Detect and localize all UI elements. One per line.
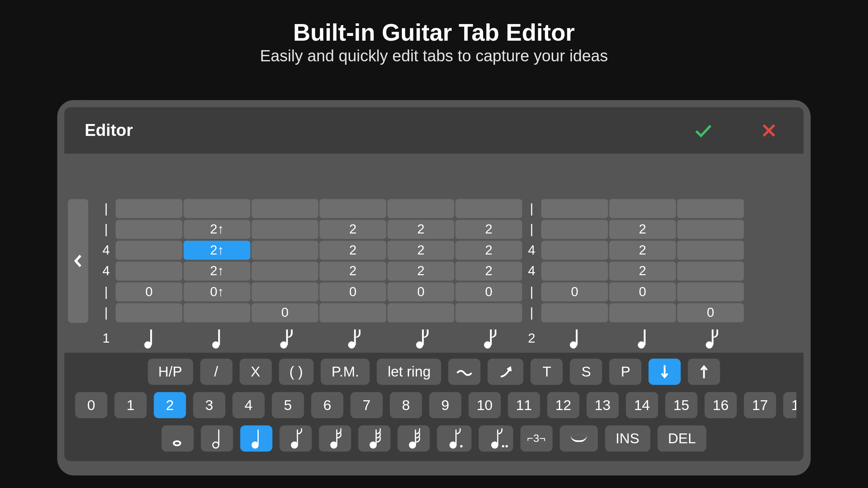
tab-cell[interactable] <box>677 220 744 239</box>
cancel-button[interactable] <box>755 116 783 145</box>
duration-tie-button[interactable] <box>559 425 598 451</box>
fret-2-button[interactable]: 2 <box>154 392 186 418</box>
duration-INS-button[interactable]: INS <box>605 425 650 451</box>
tab-cell[interactable] <box>677 282 744 301</box>
tab-cell[interactable] <box>609 303 676 322</box>
technique-pm-button[interactable]: P.M. <box>321 359 370 385</box>
technique-slideup-button[interactable] <box>488 359 524 385</box>
duration-half-button[interactable] <box>201 425 233 451</box>
tab-cell[interactable]: 0 <box>252 303 318 322</box>
fret-18-button[interactable]: 18 <box>783 392 796 418</box>
fret-15-button[interactable]: 15 <box>665 392 697 418</box>
tab-cell[interactable] <box>455 199 522 218</box>
fret-6-button[interactable]: 6 <box>311 392 343 418</box>
tab-cell[interactable]: 0 <box>388 282 454 301</box>
technique-x-button[interactable]: X <box>239 359 272 385</box>
tab-cell[interactable]: 0 <box>116 282 182 301</box>
tab-cell[interactable]: 0 <box>455 282 522 301</box>
tab-cell[interactable] <box>677 241 744 260</box>
tab-cell[interactable] <box>541 303 608 322</box>
tab-cell[interactable] <box>541 199 608 218</box>
tab-cell[interactable]: 2 <box>319 220 386 239</box>
duration-double_dotted-button[interactable] <box>478 425 513 451</box>
technique--button[interactable]: ( ) <box>279 359 314 385</box>
technique-strumdown-button[interactable] <box>649 359 681 385</box>
fret-9-button[interactable]: 9 <box>429 392 461 418</box>
technique-t-button[interactable]: T <box>531 359 563 385</box>
technique-strumup-button[interactable] <box>688 359 721 385</box>
tab-cell[interactable]: 0 <box>677 303 744 322</box>
tab-cell[interactable] <box>541 241 608 260</box>
tab-cell[interactable] <box>609 199 676 218</box>
technique-hp-button[interactable]: H/P <box>147 359 193 385</box>
tab-cell[interactable]: 2 <box>388 241 454 260</box>
fret-17-button[interactable]: 17 <box>744 392 776 418</box>
tab-cell[interactable]: 2 <box>455 220 522 239</box>
tab-cell[interactable]: 2 <box>319 241 386 260</box>
tab-cell[interactable] <box>116 220 182 239</box>
tab-cell[interactable] <box>116 262 182 281</box>
tab-cell[interactable] <box>388 199 454 218</box>
fret-4-button[interactable]: 4 <box>233 392 265 418</box>
tab-cell[interactable] <box>677 199 744 218</box>
tab-cell[interactable] <box>677 262 744 281</box>
duration-DEL-button[interactable]: DEL <box>657 425 706 451</box>
fret-1-button[interactable]: 1 <box>115 392 147 418</box>
technique--button[interactable] <box>449 359 481 385</box>
tab-cell[interactable] <box>252 262 318 281</box>
duration-sixteenth-button[interactable] <box>319 425 351 451</box>
tab-cell[interactable] <box>252 199 318 218</box>
tab-cell[interactable]: 2 <box>609 220 676 239</box>
technique-s-button[interactable]: S <box>570 359 602 385</box>
tab-cell[interactable]: 2↑ <box>183 262 250 281</box>
tab-cell[interactable] <box>455 303 522 322</box>
scroll-left-button[interactable] <box>68 199 88 323</box>
tab-cell[interactable] <box>116 303 182 322</box>
duration-thirtysecond-button[interactable] <box>358 425 390 451</box>
fret-12-button[interactable]: 12 <box>547 392 579 418</box>
tab-cell[interactable]: 2 <box>388 262 454 281</box>
tab-cell[interactable]: 0 <box>541 282 608 301</box>
fret-3-button[interactable]: 3 <box>193 392 225 418</box>
tab-cell[interactable] <box>183 199 250 218</box>
duration-dotted-button[interactable] <box>437 425 471 451</box>
fret-7-button[interactable]: 7 <box>351 392 383 418</box>
tab-cell[interactable] <box>116 241 182 260</box>
tab-cell[interactable] <box>116 199 182 218</box>
confirm-button[interactable] <box>689 116 717 145</box>
tab-cell[interactable] <box>541 220 608 239</box>
duration-sixtyfourth-button[interactable] <box>397 425 430 451</box>
fret-16-button[interactable]: 16 <box>705 392 737 418</box>
tab-cell[interactable]: 0↑ <box>183 282 250 301</box>
duration-quarter-button[interactable] <box>240 425 272 451</box>
tab-cell[interactable]: 2 <box>455 241 522 260</box>
fret-5-button[interactable]: 5 <box>272 392 304 418</box>
tab-cell[interactable] <box>541 262 608 281</box>
tab-cell[interactable]: 2↑ <box>183 220 250 239</box>
tab-cell[interactable]: 2 <box>388 220 454 239</box>
tab-cell[interactable] <box>252 220 318 239</box>
technique--button[interactable]: / <box>200 359 232 385</box>
tab-cell[interactable] <box>252 282 318 301</box>
tab-cell[interactable]: 2 <box>455 262 522 281</box>
tab-cell[interactable] <box>183 303 250 322</box>
duration-whole-button[interactable] <box>161 425 194 451</box>
tab-cell[interactable] <box>319 303 386 322</box>
fret-14-button[interactable]: 14 <box>626 392 658 418</box>
tab-cell[interactable]: 2↑ <box>183 241 250 260</box>
tab-cell[interactable]: 2 <box>609 241 676 260</box>
tab-cell[interactable] <box>319 199 386 218</box>
tab-cell[interactable]: 2 <box>319 262 386 281</box>
fret-11-button[interactable]: 11 <box>508 392 540 418</box>
tab-cell[interactable]: 0 <box>319 282 386 301</box>
duration-eighth-button[interactable] <box>279 425 312 451</box>
tab-cell[interactable] <box>252 241 318 260</box>
tab-cell[interactable]: 0 <box>609 282 676 301</box>
technique-letring-button[interactable]: let ring <box>377 359 441 385</box>
fret-8-button[interactable]: 8 <box>390 392 422 418</box>
tab-cell[interactable] <box>388 303 454 322</box>
duration-triplet-button[interactable]: ⌐3¬ <box>520 425 552 451</box>
fret-0-button[interactable]: 0 <box>75 392 107 418</box>
fret-10-button[interactable]: 10 <box>469 392 501 418</box>
technique-p-button[interactable]: P <box>610 359 642 385</box>
